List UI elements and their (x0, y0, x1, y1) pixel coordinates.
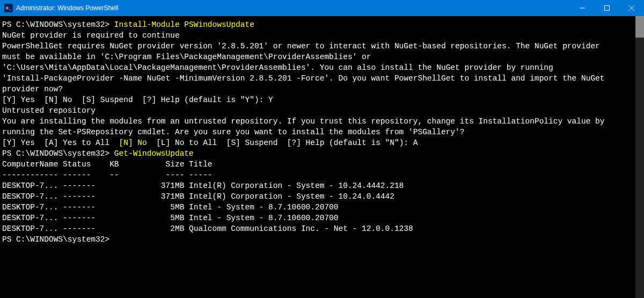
output-line: 'C:\Users\Mita\AppData\Local\PackageMana… (2, 62, 642, 73)
scrollbar-thumb[interactable] (635, 16, 644, 38)
output-line: NuGet provider is required to continue (2, 30, 642, 41)
output-line: must be available in 'C:\Program Files\P… (2, 52, 642, 62)
minimize-button[interactable] (570, 0, 595, 16)
table-divider: ------------ ------ -- ---- ----- (2, 170, 642, 180)
table-header: ComputerName Status KB Size Title (2, 159, 642, 170)
prompt-choice-segment: [Y] Yes [A] Yes to All (2, 139, 119, 147)
output-line: Untrusted repository (2, 105, 642, 116)
terminal-output[interactable]: PS C:\WINDOWS\system32> Install-Module P… (0, 16, 644, 298)
powershell-icon: >_ (4, 4, 13, 12)
table-row: DESKTOP-7... ------- 371MB Intel(R) Corp… (2, 180, 642, 191)
output-line: You are installing the modules from an u… (2, 116, 642, 127)
maximize-button[interactable] (595, 0, 619, 16)
window-title: Administrator: Windows PowerShell (16, 4, 118, 12)
close-button[interactable] (619, 0, 644, 16)
table-row: DESKTOP-7... ------- 2MB Qualcomm Commun… (2, 223, 642, 234)
prompt-choice-segment: [L] No to All [S] Suspend [?] Help (defa… (147, 139, 418, 147)
prompt: PS C:\WINDOWS\system32> (2, 149, 114, 158)
table-row: DESKTOP-7... ------- 371MB Intel(R) Corp… (2, 191, 642, 202)
command-text: Install-Module PSWindowsUpdate (114, 20, 254, 29)
output-line: 'Install-PackageProvider -Name NuGet -Mi… (2, 73, 642, 84)
title-bar-left: >_ Administrator: Windows PowerShell (0, 4, 118, 12)
prompt: PS C:\WINDOWS\system32> (2, 235, 114, 244)
window-controls (570, 0, 644, 16)
vertical-scrollbar[interactable] (635, 16, 644, 298)
output-line: running the Set-PSRepository cmdlet. Are… (2, 127, 642, 137)
prompt: PS C:\WINDOWS\system32> (2, 20, 114, 29)
prompt-choice-line: [Y] Yes [N] No [S] Suspend [?] Help (def… (2, 95, 642, 105)
table-row: DESKTOP-7... ------- 5MB Intel - System … (2, 202, 642, 213)
table-row: DESKTOP-7... ------- 5MB Intel - System … (2, 213, 642, 223)
svg-rect-1 (605, 6, 610, 11)
prompt-choice-default-no: [N] No (119, 139, 147, 147)
title-bar[interactable]: >_ Administrator: Windows PowerShell (0, 0, 644, 16)
output-line: provider now? (2, 84, 642, 95)
output-line: PowerShellGet requires NuGet provider ve… (2, 41, 642, 52)
command-text: Get-WindowsUpdate (114, 149, 194, 158)
